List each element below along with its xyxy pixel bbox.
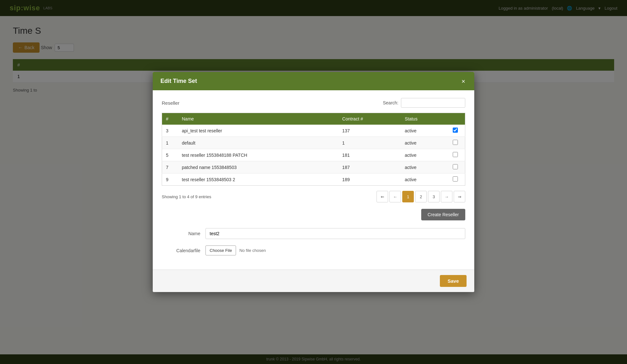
cell-checkbox[interactable] [446, 125, 465, 137]
calendarfile-form-row: Calendarfile Choose File No file chosen [162, 245, 465, 255]
table-row: 1 default 1 active [162, 137, 465, 149]
name-input[interactable] [205, 228, 465, 239]
row-checkbox[interactable] [453, 152, 458, 157]
row-checkbox[interactable] [453, 164, 458, 169]
cell-name: test reseller 1553848188 PATCH [178, 149, 339, 161]
cell-checkbox[interactable] [446, 149, 465, 161]
file-input-wrapper: Choose File No file chosen [205, 245, 266, 255]
cell-status: active [401, 137, 446, 149]
col-header-name: Name [178, 113, 339, 125]
col-header-select [446, 113, 465, 125]
cell-checkbox[interactable] [446, 173, 465, 186]
cell-status: active [401, 161, 446, 173]
cell-name: test reseller 1553848503 2 [178, 173, 339, 186]
name-form-row: Name [162, 228, 465, 239]
pagination-next[interactable]: → [441, 191, 452, 202]
cell-contract: 187 [338, 161, 401, 173]
cell-contract: 181 [338, 149, 401, 161]
search-input[interactable] [401, 98, 465, 108]
no-file-text: No file chosen [239, 248, 266, 253]
col-header-id: # [162, 113, 178, 125]
create-reseller-area: Create Reseller [162, 209, 465, 220]
modal-title: Edit Time Set [160, 78, 197, 84]
pagination-page-1[interactable]: 1 [402, 191, 414, 202]
cell-contract: 1 [338, 137, 401, 149]
row-checkbox[interactable] [453, 140, 458, 145]
cell-checkbox[interactable] [446, 161, 465, 173]
search-area: Search: [383, 98, 465, 108]
choose-file-button[interactable]: Choose File [205, 245, 236, 255]
table-footer: Showing 1 to 4 of 9 entries ⇐ ← 1 2 3 → … [162, 191, 465, 202]
pagination-prev[interactable]: ← [389, 191, 401, 202]
modal-footer: Save [153, 270, 474, 292]
cell-id: 9 [162, 173, 178, 186]
pagination-page-2[interactable]: 2 [415, 191, 427, 202]
pagination-page-3[interactable]: 3 [428, 191, 440, 202]
row-checkbox[interactable] [453, 176, 458, 182]
cell-id: 3 [162, 125, 178, 137]
cell-id: 5 [162, 149, 178, 161]
create-reseller-button[interactable]: Create Reseller [421, 209, 465, 220]
cell-status: active [401, 149, 446, 161]
cell-name: default [178, 137, 339, 149]
reseller-table: # Name Contract # Status 3 api_test test… [162, 113, 465, 186]
cell-checkbox[interactable] [446, 137, 465, 149]
cell-name: api_test test reseller [178, 125, 339, 137]
cell-contract: 137 [338, 125, 401, 137]
col-header-status: Status [401, 113, 446, 125]
calendarfile-label: Calendarfile [162, 248, 200, 253]
cell-status: active [401, 125, 446, 137]
reseller-label: Reseller [162, 100, 179, 106]
reseller-section: Reseller Search: [162, 98, 465, 108]
modal-close-button[interactable]: × [460, 78, 467, 84]
showing-entries-text: Showing 1 to 4 of 9 entries [162, 194, 211, 199]
name-label: Name [162, 231, 200, 236]
col-header-contract: Contract # [338, 113, 401, 125]
table-row: 9 test reseller 1553848503 2 189 active [162, 173, 465, 186]
cell-status: active [401, 173, 446, 186]
search-label: Search: [383, 100, 398, 105]
modal-overlay: Edit Time Set × Reseller Search: # Name [0, 0, 627, 364]
pagination: ⇐ ← 1 2 3 → ⇒ [377, 191, 465, 202]
cell-id: 7 [162, 161, 178, 173]
pagination-first[interactable]: ⇐ [377, 191, 388, 202]
table-row: 7 patched name 1553848503 187 active [162, 161, 465, 173]
table-row: 5 test reseller 1553848188 PATCH 181 act… [162, 149, 465, 161]
cell-id: 1 [162, 137, 178, 149]
row-checkbox[interactable] [453, 128, 458, 133]
modal-body: Reseller Search: # Name Contract # Statu… [153, 90, 474, 270]
modal-header: Edit Time Set × [153, 72, 474, 90]
cell-name: patched name 1553848503 [178, 161, 339, 173]
save-button[interactable]: Save [440, 275, 467, 287]
edit-timeset-modal: Edit Time Set × Reseller Search: # Name [153, 72, 474, 292]
cell-contract: 189 [338, 173, 401, 186]
pagination-last[interactable]: ⇒ [454, 191, 465, 202]
table-row: 3 api_test test reseller 137 active [162, 125, 465, 137]
